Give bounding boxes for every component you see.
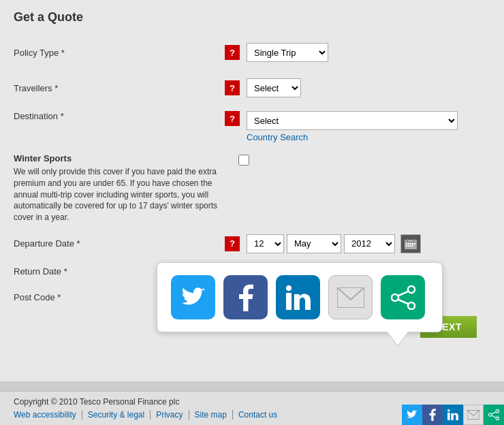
departure-year-select[interactable]: 2012 [344, 234, 395, 253]
policy-type-label: Policy Type * [14, 48, 225, 58]
departure-date-label: Departure Date * [14, 238, 225, 249]
svg-line-28 [492, 415, 496, 418]
svg-point-25 [488, 413, 491, 416]
page-title: Get a Quote [14, 10, 490, 28]
svg-rect-2 [407, 238, 408, 241]
svg-point-26 [496, 417, 499, 420]
footer-link-security[interactable]: Security & legal [82, 410, 151, 420]
svg-point-14 [286, 285, 292, 291]
travellers-select[interactable]: Select 1 2 3 4 5 [247, 78, 301, 97]
travellers-field: Select 1 2 3 4 5 [247, 78, 301, 97]
share-facebook-button[interactable] [223, 275, 268, 319]
destination-row: Destination * ? Select Country Search [14, 111, 490, 142]
footer-email-svg [467, 410, 479, 420]
share-linkedin-button[interactable] [276, 275, 320, 319]
winter-sports-text: Winter Sports We will only provide this … [14, 153, 225, 223]
winter-sports-description: We will only provide this cover if you h… [14, 166, 225, 223]
svg-rect-4 [406, 243, 407, 245]
winter-sports-checkbox-col [232, 155, 443, 166]
departure-date-selects: 12 January February March April May June… [247, 234, 421, 253]
svg-rect-1 [405, 242, 417, 242]
footer-linkedin-svg [447, 409, 458, 420]
footer-link-accessibility[interactable]: Web accessibility [14, 410, 82, 420]
footer-share-svg [488, 409, 499, 420]
share-popup [157, 262, 443, 332]
winter-sports-checkbox[interactable] [238, 155, 249, 166]
svg-point-17 [392, 294, 398, 301]
winter-sports-row: Winter Sports We will only provide this … [14, 153, 490, 223]
svg-rect-9 [406, 245, 407, 247]
departure-day-select[interactable]: 12 [247, 234, 284, 253]
destination-help-icon[interactable]: ? [225, 111, 240, 126]
svg-rect-5 [408, 243, 409, 245]
footer-link-contact[interactable]: Contact us [233, 410, 283, 420]
footer-social-icons [402, 405, 504, 425]
svg-point-22 [447, 409, 450, 412]
share-other-button[interactable] [381, 275, 425, 319]
svg-line-20 [398, 300, 408, 304]
svg-rect-11 [410, 245, 411, 247]
footer-facebook-icon[interactable] [422, 405, 443, 425]
footer-twitter-icon[interactable] [402, 405, 422, 425]
policy-type-select[interactable]: Single Trip Annual Multi-Trip [247, 43, 328, 62]
footer-link-privacy[interactable]: Privacy [151, 410, 189, 420]
destination-select[interactable]: Select [247, 111, 458, 130]
departure-month-select[interactable]: January February March April May June Ju… [287, 234, 341, 253]
departure-calendar-button[interactable] [400, 234, 421, 253]
svg-rect-12 [412, 245, 413, 247]
svg-line-27 [492, 412, 496, 414]
svg-rect-21 [447, 413, 450, 420]
svg-point-18 [408, 302, 415, 309]
share-icons-container [171, 275, 428, 319]
share-twitter-button[interactable] [171, 275, 215, 319]
departure-date-help-icon[interactable]: ? [225, 236, 240, 251]
travellers-row: Travellers * ? Select 1 2 3 4 5 [14, 76, 490, 100]
share-icon [391, 285, 415, 310]
svg-rect-7 [412, 243, 413, 245]
footer-share-icon[interactable] [484, 405, 504, 425]
facebook-icon [238, 284, 253, 311]
svg-rect-3 [413, 238, 415, 241]
footer-twitter-svg [407, 410, 418, 420]
travellers-label: Travellers * [14, 83, 225, 93]
departure-date-row: Departure Date * ? 12 January February M… [14, 234, 490, 253]
destination-field: Select Country Search [247, 111, 458, 142]
policy-type-row: Policy Type * ? Single Trip Annual Multi… [14, 40, 490, 65]
svg-rect-8 [414, 243, 415, 245]
svg-line-19 [398, 292, 408, 296]
destination-label: Destination * [14, 111, 225, 121]
footer-link-sitemap[interactable]: Site map [189, 410, 233, 420]
country-search-link[interactable]: Country Search [247, 132, 458, 142]
footer: Copyright © 2010 Tesco Personal Finance … [0, 391, 504, 425]
svg-rect-13 [286, 293, 292, 310]
policy-type-help-icon[interactable]: ? [225, 45, 240, 60]
winter-sports-title: Winter Sports [14, 153, 225, 163]
svg-point-24 [496, 409, 499, 412]
linkedin-icon [286, 285, 311, 310]
footer-linkedin-icon[interactable] [443, 405, 463, 425]
footer-facebook-svg [429, 409, 436, 421]
svg-rect-6 [410, 243, 411, 245]
policy-type-field: Single Trip Annual Multi-Trip [247, 43, 328, 62]
svg-point-16 [408, 286, 415, 293]
share-email-button[interactable] [328, 275, 373, 319]
twitter-icon [181, 287, 206, 308]
travellers-help-icon[interactable]: ? [225, 80, 240, 95]
footer-email-icon[interactable] [463, 405, 484, 425]
email-icon [337, 287, 364, 308]
svg-rect-10 [408, 245, 409, 247]
calendar-icon [405, 238, 417, 249]
